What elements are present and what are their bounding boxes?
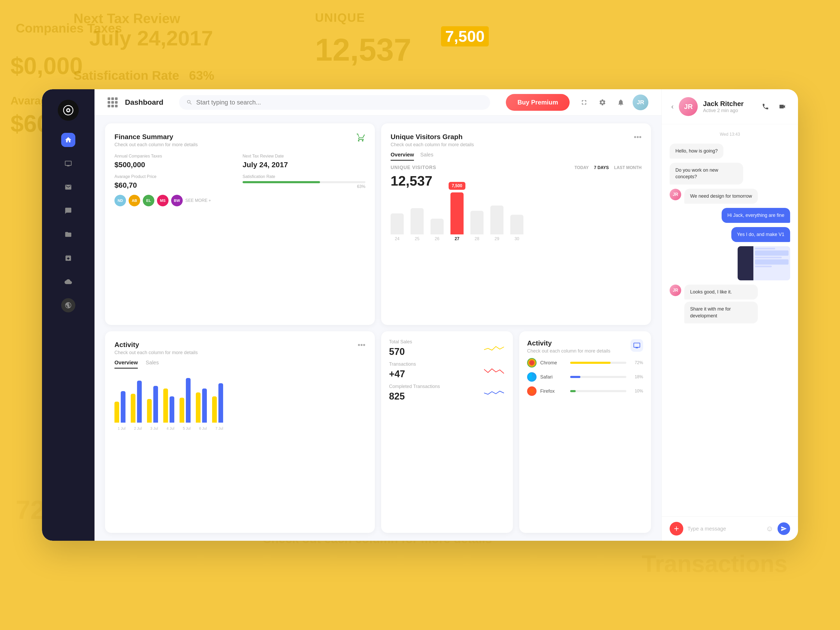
chat-user-status: Active 2 min ago — [703, 108, 754, 114]
expand-icon[interactable] — [578, 96, 591, 109]
bar-6jul: 6 Jul — [196, 388, 207, 431]
visitors-filters: TODAY 7 DAYS LAST MONTH — [575, 165, 641, 170]
activity-title: Activity — [114, 341, 198, 349]
activity-bar-chart: 1 Jul 2 Jul 3 Jul — [114, 373, 365, 431]
finance-title: Finance Summary — [114, 133, 198, 141]
finance-subtitle: Check out each column for more details — [114, 142, 198, 147]
sidebar-item-folder[interactable] — [61, 227, 75, 242]
msg-bubble-2: Do you work on new concepts? — [669, 163, 743, 184]
avg-price-value: $60,70 — [114, 181, 237, 189]
msg-ui-screenshot — [737, 246, 790, 280]
v-bar-26: 26 — [431, 219, 444, 241]
v-bar-24: 24 — [391, 213, 404, 241]
send-button[interactable] — [777, 523, 790, 535]
sidebar-item-cloud[interactable] — [61, 275, 75, 289]
chat-messages: Wed 13:43 Hello, how is going? Do you wo… — [662, 124, 798, 516]
avatar-ab[interactable]: AB — [129, 195, 140, 206]
emoji-button[interactable]: ☺ — [766, 524, 773, 533]
msg-1: Hello, how is going? — [669, 144, 790, 159]
msg-3: JR We need design for tomorrow — [669, 189, 790, 204]
msg-2: Do you work on new concepts? — [669, 163, 790, 184]
video-call-button[interactable] — [776, 100, 789, 113]
sidebar-item-settings[interactable] — [61, 298, 75, 313]
bar-3jul: 3 Jul — [147, 386, 158, 431]
search-input[interactable] — [196, 99, 483, 106]
avatar-ms[interactable]: MS — [157, 195, 169, 206]
sidebar-item-tv[interactable] — [61, 156, 75, 171]
v-bar-28: 28 — [471, 211, 483, 241]
content-grid: Finance Summary Check out each column fo… — [95, 115, 662, 541]
annual-tax-value: $500,000 — [114, 161, 237, 169]
visitors-stat-label: UNIQUE VISITORS — [391, 165, 436, 171]
chat-user-avatar: JR — [679, 97, 698, 116]
avatar-bw[interactable]: BW — [171, 195, 183, 206]
browser-activity-subtitle: Check out each column for more details — [527, 348, 610, 354]
team-avatars: ND AB EL MS BW SEE MORE + — [114, 195, 365, 206]
search-bar — [179, 95, 490, 110]
bar-2jul: 2 Jul — [131, 381, 142, 431]
v-bar-29: 29 — [490, 205, 504, 241]
tax-review-value: July 24, 2017 — [243, 161, 365, 169]
visitors-tab-overview[interactable]: Overview — [391, 152, 414, 161]
sidebar — [42, 89, 95, 541]
sidebar-item-mail[interactable] — [61, 180, 75, 194]
avatar-el[interactable]: EL — [143, 195, 154, 206]
bar-5jul: 5 Jul — [180, 378, 191, 431]
activity-more-icon[interactable]: ••• — [358, 341, 365, 349]
safari-icon — [527, 372, 537, 382]
msg-6: JR Looks good, I like it. Share it with … — [669, 284, 790, 324]
settings-icon[interactable] — [596, 96, 609, 109]
filter-lastmonth[interactable]: LAST MONTH — [614, 165, 641, 170]
user-avatar[interactable]: JR — [633, 95, 648, 110]
msg-bubble-3: We need design for tomorrow — [684, 189, 758, 204]
topbar: Dashboard Buy Premium JR — [95, 89, 662, 115]
satisfaction-label: Satisfication Rate — [243, 174, 365, 179]
sidebar-item-chat[interactable] — [61, 204, 75, 218]
activity-tab-sales[interactable]: Sales — [146, 360, 159, 369]
visitors-title: Unique Visitors Graph — [391, 133, 474, 141]
msg-avatar-3: JR — [669, 189, 681, 200]
add-attachment-button[interactable] — [669, 522, 683, 535]
chat-input[interactable] — [687, 526, 761, 532]
msg-5: Yes I do, and make V1 — [669, 227, 790, 242]
search-icon — [186, 99, 193, 106]
chat-panel: ‹ JR Jack Ritcher Active 2 min ago Wed 1… — [662, 89, 798, 541]
menu-icon[interactable] — [107, 97, 117, 107]
firefox-row: Firefox 10% — [527, 387, 643, 396]
sidebar-item-home[interactable] — [61, 133, 75, 147]
activity-tab-overview[interactable]: Overview — [114, 360, 138, 369]
firefox-name: Firefox — [540, 388, 567, 394]
chat-user-name: Jack Ritcher — [703, 100, 754, 108]
chrome-name: Chrome — [540, 360, 567, 366]
total-sales-card: Total Sales 570 Transactions +47 — [381, 331, 513, 533]
satisfaction-value: 63% — [243, 184, 365, 189]
firefox-bar — [570, 390, 626, 392]
avatar-nd[interactable]: ND — [114, 195, 126, 206]
msg-bubble-5: Yes I do, and make V1 — [731, 227, 790, 242]
transactions-value: +47 — [389, 369, 416, 380]
chrome-row: Chrome 72% — [527, 358, 643, 368]
buy-premium-button[interactable]: Buy Premium — [506, 94, 570, 111]
see-more-button[interactable]: SEE MORE + — [185, 198, 211, 203]
safari-row: Safari 18% — [527, 372, 643, 382]
browser-activity-card: Activity Check out each column for more … — [519, 331, 651, 533]
activity-subtitle: Check out each column for more details — [114, 350, 198, 355]
phone-call-button[interactable] — [759, 100, 772, 113]
bell-icon[interactable] — [614, 96, 627, 109]
firefox-pct: 10% — [630, 389, 643, 393]
annual-tax-label: Annual Companies Taxes — [114, 154, 237, 159]
chat-back-button[interactable]: ‹ — [671, 103, 674, 111]
visitors-more-icon[interactable]: ••• — [634, 133, 641, 141]
activity-card: Activity Check out each column for more … — [105, 331, 375, 533]
msg-4: Hi Jack, everything are fine — [669, 208, 790, 223]
sidebar-item-archive[interactable] — [61, 251, 75, 265]
bottom-right: Total Sales 570 Transactions +47 — [381, 331, 651, 533]
total-sales-label: Total Sales — [389, 339, 412, 345]
bar-1jul: 1 Jul — [114, 391, 125, 431]
filter-7days[interactable]: 7 DAYS — [594, 165, 609, 170]
msg-image — [669, 246, 790, 280]
sidebar-logo[interactable] — [58, 100, 79, 121]
visitors-tab-sales[interactable]: Sales — [420, 152, 433, 161]
filter-today[interactable]: TODAY — [575, 165, 589, 170]
svg-point-2 — [67, 109, 69, 111]
